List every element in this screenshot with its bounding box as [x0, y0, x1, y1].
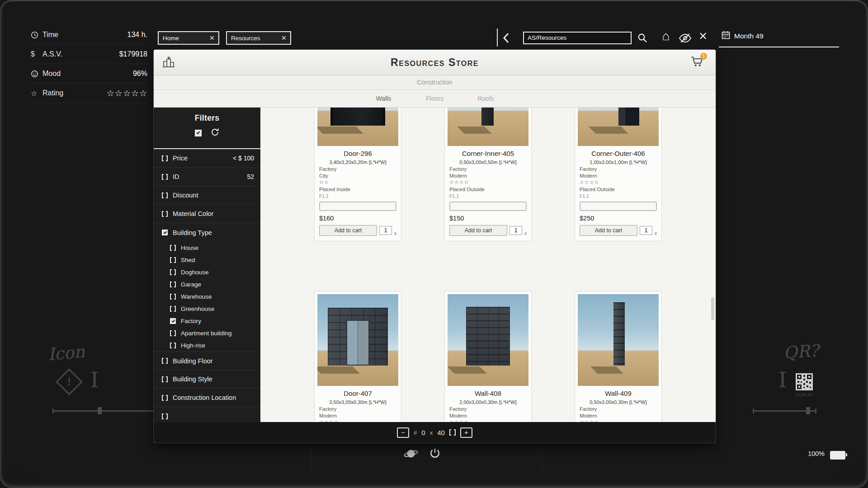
decor-qr-text: QR?	[783, 341, 820, 362]
product-type: Factory	[449, 406, 531, 412]
filter-factory[interactable]: Factory	[154, 315, 260, 327]
product-floor: F1.1	[319, 193, 401, 199]
checkbox-checked-icon[interactable]	[162, 230, 168, 235]
tab-walls[interactable]: Walls	[358, 95, 409, 102]
page-separator: x	[430, 429, 433, 436]
product-dimensions: 0,50x3,00x0,30m [L*H*W]	[575, 399, 661, 405]
checkbox-icon[interactable]	[170, 282, 176, 287]
filter-garage[interactable]: Garage	[154, 278, 260, 291]
game-tablet-screen: Time 134 h. $ A.S.V. $179918 Mood 96% ☆ …	[0, 0, 868, 488]
filter-doghouse[interactable]: Doghouse	[154, 266, 260, 278]
product-card: Corner-Inner-405 0,50x3,00x0,50m [L*H*W]…	[444, 108, 532, 241]
product-dimensions: 1,00x3,00x1,00m [L*H*W]	[575, 160, 661, 165]
product-style: Modern	[580, 413, 661, 418]
scrollbar-thumb[interactable]	[711, 297, 714, 320]
add-to-cart-button[interactable]: Add to cart	[580, 225, 637, 236]
page-select-icon[interactable]	[449, 429, 456, 436]
filter-shed[interactable]: Shed	[154, 254, 260, 266]
checkbox-icon[interactable]	[170, 257, 176, 263]
battery-percent: 100%	[796, 450, 825, 457]
month-display: Month 49	[722, 31, 764, 41]
filters-list: Price< $ 100 ID52 Discount Material Colo…	[154, 149, 260, 422]
store-body: Filters Price< $ 100 ID52 Discount Mater…	[154, 108, 716, 422]
checkbox-icon[interactable]	[162, 358, 168, 364]
filter-house[interactable]: House	[154, 242, 260, 254]
tab-home-close-icon[interactable]: ×	[205, 34, 214, 42]
filter-apartment-building[interactable]: Apartment building	[154, 327, 260, 339]
product-text-input[interactable]	[449, 202, 527, 211]
checkbox-icon[interactable]	[162, 395, 168, 401]
quantity-input[interactable]	[379, 226, 392, 235]
product-type: Factory	[580, 166, 661, 172]
filter-building-style[interactable]: Building Style	[154, 370, 260, 389]
tab-floors[interactable]: Floors	[409, 95, 460, 102]
filter-greenhouse[interactable]: Greenhouse	[154, 303, 260, 315]
filter-id[interactable]: ID52	[154, 168, 260, 186]
add-to-cart-button[interactable]: Add to cart	[449, 225, 507, 236]
quantity-input[interactable]	[509, 226, 522, 235]
filter-warehouse[interactable]: Warehouse	[154, 291, 260, 303]
product-price: $160	[319, 215, 401, 222]
refresh-icon[interactable]	[211, 128, 219, 138]
filter-discount[interactable]: Discount	[154, 186, 260, 205]
filter-construction-location[interactable]: Construction Location	[154, 389, 260, 407]
tab-resources[interactable]: Resources ×	[226, 31, 291, 45]
product-image	[317, 108, 398, 146]
home-icon[interactable]: ⌂	[660, 28, 672, 44]
checkbox-icon[interactable]	[170, 245, 176, 251]
address-bar[interactable]: AS/Resources	[523, 32, 632, 44]
resources-store-window: Resources Store 1 Construction Walls Flo…	[154, 50, 716, 443]
close-window-icon[interactable]: ×	[697, 28, 709, 44]
product-style: Modern	[580, 173, 661, 178]
checkbox-icon[interactable]	[162, 211, 168, 217]
stat-rating-stars: ☆☆☆☆☆	[107, 88, 147, 99]
tab-roofs[interactable]: Roofs	[460, 95, 511, 102]
filters-master-checkbox[interactable]	[195, 130, 202, 136]
tab-home[interactable]: Home ×	[158, 31, 219, 45]
product-price: $150	[449, 215, 531, 222]
product-card: Door-296 3,40x3,20x0,20m [L*H*W] Factory…	[314, 108, 401, 241]
stat-mood-label: Mood	[42, 70, 61, 78]
stat-mood: Mood 96%	[31, 64, 147, 84]
stat-time: Time 134 h.	[31, 25, 147, 45]
checkbox-icon[interactable]	[170, 343, 176, 348]
product-placement: Placed Outside	[449, 187, 531, 192]
product-text-input[interactable]	[580, 202, 657, 211]
checkbox-icon[interactable]	[162, 192, 168, 198]
filter-building-floor[interactable]: Building Floor	[154, 352, 260, 370]
checkbox-icon[interactable]	[162, 413, 168, 419]
eye-off-icon[interactable]	[679, 33, 691, 43]
back-button[interactable]	[502, 32, 510, 44]
product-text-input[interactable]	[319, 202, 396, 211]
filter-price[interactable]: Price< $ 100	[154, 149, 260, 168]
checkbox-icon[interactable]	[170, 330, 176, 336]
decor-cursor-ibeam-icon: I	[778, 370, 787, 390]
add-to-cart-button[interactable]: Add to cart	[319, 225, 377, 236]
planet-icon[interactable]	[403, 446, 419, 463]
page-next-button[interactable]: +	[460, 427, 472, 438]
checkbox-icon[interactable]	[170, 306, 176, 312]
power-icon[interactable]	[429, 447, 441, 462]
blueprint-line	[311, 457, 542, 458]
filter-material-color[interactable]: Material Color	[154, 205, 260, 223]
checkbox-checked-icon[interactable]	[170, 318, 176, 324]
page-current: 0	[421, 429, 425, 436]
store-header: Resources Store 1	[154, 50, 716, 75]
filter-row-partial[interactable]	[154, 407, 260, 422]
search-icon[interactable]	[637, 32, 648, 44]
filter-building-type[interactable]: Building Type	[154, 223, 260, 242]
checkbox-icon[interactable]	[170, 269, 176, 275]
filter-high-rise[interactable]: High-rise	[154, 339, 260, 352]
checkbox-icon[interactable]	[162, 155, 168, 161]
checkbox-icon[interactable]	[162, 174, 168, 180]
checkbox-icon[interactable]	[162, 376, 168, 382]
quantity-input[interactable]	[640, 226, 652, 235]
cart-button[interactable]: 1	[690, 56, 704, 69]
star-icon: ☆	[31, 89, 42, 98]
checkbox-icon[interactable]	[170, 294, 176, 300]
page-prev-button[interactable]: −	[397, 427, 409, 438]
product-card: Wall-409 0,50x3,00x0,30m [L*H*W] Factory…	[575, 291, 662, 422]
tab-resources-close-icon[interactable]: ×	[277, 34, 286, 42]
product-card: Door-407 3,50x3,00x0,30m [L*H*W] Factory…	[314, 291, 401, 422]
product-name: Door-296	[315, 150, 401, 157]
